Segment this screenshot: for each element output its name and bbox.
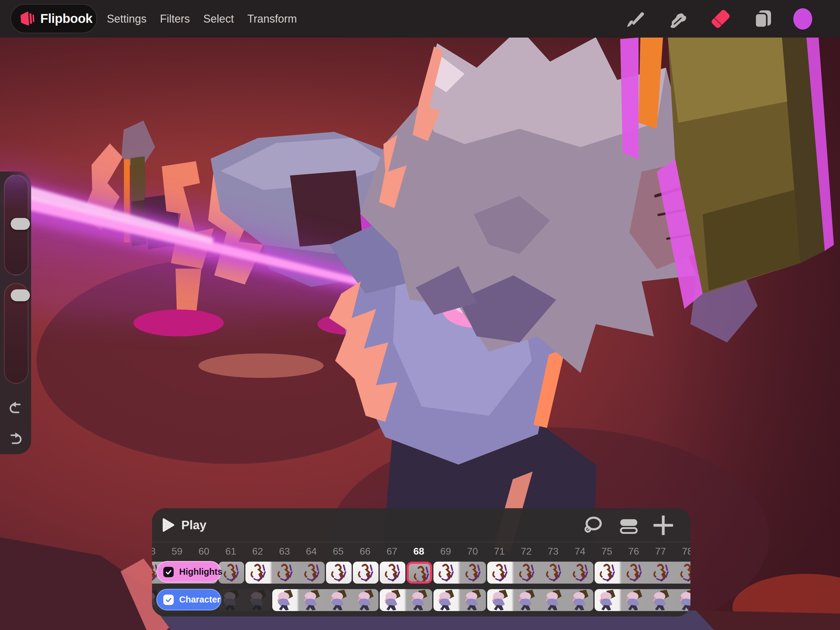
undo-button[interactable] xyxy=(7,399,24,417)
frame-cell-character-71-74[interactable] xyxy=(487,589,594,611)
frame-number-60[interactable]: 60 xyxy=(198,545,209,557)
frame-number-78[interactable]: 78 xyxy=(682,545,690,557)
layer-pill-character[interactable]: Character xyxy=(156,589,221,611)
frame-number-65[interactable]: 65 xyxy=(333,545,344,557)
eraser-icon xyxy=(710,8,732,30)
add-frame-button[interactable] xyxy=(652,514,675,537)
frame-cell-highlights-71-74[interactable] xyxy=(487,562,594,584)
thumbnail-sprite xyxy=(513,589,540,611)
frame-number-62[interactable]: 62 xyxy=(252,545,263,557)
frame-cell-character-75-78[interactable] xyxy=(595,589,690,611)
thumbnail-sprite xyxy=(433,562,459,584)
timeline-divider xyxy=(152,542,690,542)
thumbnail-sprite xyxy=(621,562,648,584)
thumbnail-sprite xyxy=(245,589,271,611)
frame-cell-character-63-66[interactable] xyxy=(272,589,379,611)
frame-number-61[interactable]: 61 xyxy=(225,545,236,557)
menu-item-select[interactable]: Select xyxy=(203,13,234,25)
track-row-highlights xyxy=(152,562,690,584)
app-logo-button[interactable]: Flipbook xyxy=(10,4,97,33)
frame-number-66[interactable]: 66 xyxy=(360,545,371,557)
frame-number-67[interactable]: 67 xyxy=(387,545,398,557)
brush-size-slider-handle[interactable] xyxy=(11,218,30,230)
frame-number-59[interactable]: 59 xyxy=(172,545,183,557)
checkmark-icon xyxy=(164,568,172,576)
frame-number-70[interactable]: 70 xyxy=(467,545,478,557)
thumbnail-sprite xyxy=(621,589,648,611)
layer-pill-highlights[interactable]: Highlights xyxy=(156,561,221,583)
frame-cell-character-67-68[interactable] xyxy=(380,589,432,611)
menu-item-filters[interactable]: Filters xyxy=(160,13,190,25)
frame-cell-highlights-62-64[interactable] xyxy=(245,562,325,584)
redo-button[interactable] xyxy=(7,430,24,447)
lasso-select-button[interactable] xyxy=(581,514,605,537)
layers-tool-button[interactable] xyxy=(748,4,778,33)
layer-rows-button[interactable] xyxy=(617,514,640,537)
menu-item-settings[interactable]: Settings xyxy=(107,13,147,25)
thumbnail-sprite xyxy=(487,562,513,584)
color-swatch-button[interactable] xyxy=(788,4,818,33)
app-title: Flipbook xyxy=(40,11,93,26)
top-bar: Flipbook SettingsFiltersSelectTransform xyxy=(0,0,840,38)
thumbnail-sprite xyxy=(272,589,298,611)
thumbnail-sprite xyxy=(433,589,459,611)
frame-number-76[interactable]: 76 xyxy=(628,545,639,557)
color-swatch-icon xyxy=(792,7,814,30)
thumbnail-sprite xyxy=(219,589,245,611)
brush-size-slider[interactable] xyxy=(4,175,28,275)
frame-cell-highlights-69-70[interactable] xyxy=(433,562,486,584)
frame-number-69[interactable]: 69 xyxy=(440,545,451,557)
frame-cell-character-69-70[interactable] xyxy=(433,589,486,611)
brush-opacity-slider-handle[interactable] xyxy=(11,289,30,301)
thumbnail-sprite xyxy=(459,589,486,611)
frame-number-73[interactable]: 73 xyxy=(548,545,559,557)
thumbnail-sprite xyxy=(272,562,298,584)
play-label: Play xyxy=(181,508,206,542)
menu-item-transform[interactable]: Transform xyxy=(247,13,297,25)
redo-icon xyxy=(8,431,24,447)
thumbnail-sprite xyxy=(567,589,594,611)
eraser-tool-button[interactable] xyxy=(706,4,735,33)
timeline-panel: Play 58596061626364656667686970717273747… xyxy=(152,508,690,617)
frame-cell-highlights-65[interactable] xyxy=(326,562,352,584)
thumbnail-sprite xyxy=(513,562,540,584)
layer-visibility-checkbox[interactable] xyxy=(163,595,174,605)
frame-number-71[interactable]: 71 xyxy=(494,545,505,557)
thumbnail-sprite xyxy=(648,589,674,611)
layers-icon xyxy=(753,9,773,29)
frame-number-72[interactable]: 72 xyxy=(521,545,532,557)
thumbnail-sprite xyxy=(648,562,674,584)
undo-icon xyxy=(8,400,24,416)
frame-number-row: 5859606162636465666768697071727374757677… xyxy=(152,545,690,557)
frame-number-77[interactable]: 77 xyxy=(655,545,666,557)
layer-label: Character xyxy=(179,595,220,605)
smudge-tool-button[interactable] xyxy=(663,4,693,33)
play-button[interactable] xyxy=(160,517,177,533)
frame-number-75[interactable]: 75 xyxy=(601,545,612,557)
frame-number-74[interactable]: 74 xyxy=(575,545,586,557)
frame-number-63[interactable]: 63 xyxy=(279,545,290,557)
thumbnail-sprite xyxy=(352,589,379,611)
frame-cell-highlights-68[interactable] xyxy=(407,562,432,584)
thumbnail-sprite xyxy=(406,589,432,611)
frame-number-58[interactable]: 58 xyxy=(152,545,156,557)
frame-cell-highlights-66[interactable] xyxy=(353,562,379,584)
thumbnail-sprite xyxy=(595,562,621,584)
timeline-header: Play xyxy=(152,508,690,542)
frame-cell-character-61-62[interactable] xyxy=(219,589,271,611)
thumbnail-sprite xyxy=(298,562,325,584)
layer-visibility-checkbox[interactable] xyxy=(163,567,174,577)
frame-number-64[interactable]: 64 xyxy=(306,545,317,557)
frame-cell-highlights-75-78[interactable] xyxy=(595,562,690,584)
thumbnail-sprite xyxy=(353,562,379,584)
thumbnail-sprite xyxy=(595,589,621,611)
brush-tool-button[interactable] xyxy=(621,4,650,33)
thumbnail-sprite xyxy=(408,564,432,584)
thumbnail-sprite xyxy=(325,589,352,611)
frame-cell-highlights-67[interactable] xyxy=(380,562,405,584)
frame-number-68[interactable]: 68 xyxy=(413,545,424,557)
thumbnail-sprite xyxy=(380,562,405,584)
checkmark-icon xyxy=(164,596,172,604)
thumbnail-sprite xyxy=(674,562,690,584)
brush-opacity-slider[interactable] xyxy=(4,283,28,384)
